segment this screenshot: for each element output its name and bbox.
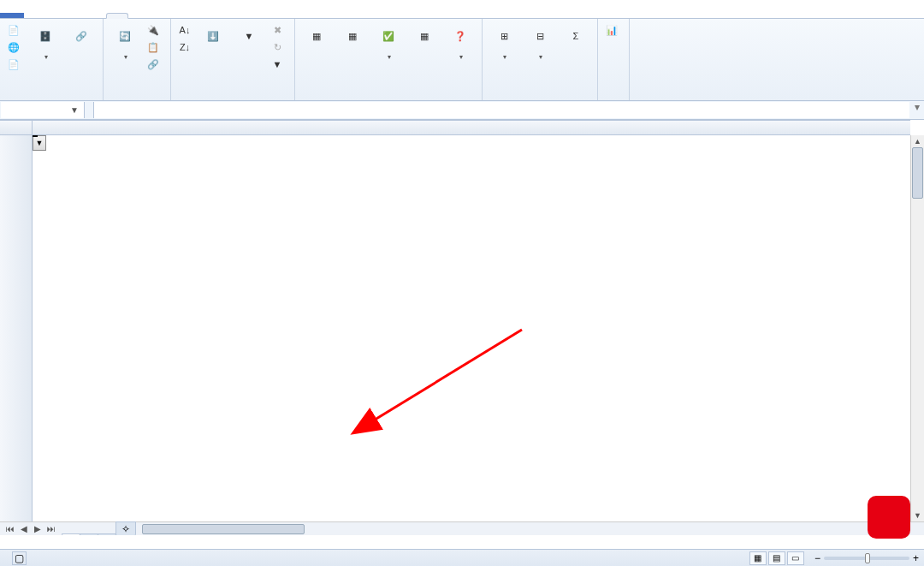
analysis-icon: 📊 (605, 23, 619, 37)
sheet-tab-bar: ⏮ ◀ ▶ ⏭ ✧ (0, 521, 924, 535)
row-headers[interactable] (0, 135, 33, 521)
last-sheet-icon[interactable]: ⏭ (44, 524, 58, 533)
whatif-icon: ❓ (447, 24, 473, 50)
column-headers[interactable] (33, 120, 910, 135)
clear-icon: ✖ (270, 23, 284, 37)
clear-button[interactable]: ✖ (269, 22, 289, 38)
refresh-all-button[interactable]: 🔄 (109, 22, 141, 63)
sheet-tab-3[interactable] (98, 533, 116, 535)
from-access-button[interactable]: 📄 (5, 22, 26, 38)
zoom-in-button[interactable]: + (913, 552, 919, 564)
adv-icon: ▼ (270, 57, 284, 71)
group-sort-filter: A↓ Z↓ ⬇️ ▼ ✖ ↻ ▼ (171, 19, 295, 100)
group-label (176, 97, 289, 100)
db-icon: 🗄️ (33, 24, 58, 50)
connections-button[interactable]: 🔌 (145, 22, 165, 38)
existing-conn-button[interactable]: 🔗 (65, 22, 98, 53)
normal-view-button[interactable]: ▦ (749, 551, 767, 565)
editlink-icon: 🔗 (146, 57, 160, 71)
sort-button[interactable]: ⬇️ (197, 22, 229, 53)
view-buttons: ▦ ▤ ▭ (749, 551, 804, 565)
next-sheet-icon[interactable]: ▶ (31, 524, 44, 533)
group-button[interactable]: ⊞ (488, 22, 520, 63)
prev-sheet-icon[interactable]: ◀ (17, 524, 31, 533)
group-icon: ⊞ (491, 24, 517, 50)
filter-button[interactable]: ▼ (233, 22, 265, 53)
subtotal-icon: Σ (563, 24, 589, 50)
group-label (603, 97, 624, 100)
tab-home[interactable] (24, 14, 44, 18)
sort-az-button[interactable]: A↓ (176, 22, 193, 38)
tab-data[interactable] (106, 13, 128, 19)
tab-file[interactable] (0, 13, 24, 18)
ungroup-button[interactable]: ⊟ (524, 22, 556, 63)
tab-dev[interactable] (169, 14, 190, 18)
group-label (5, 97, 98, 100)
cell-dropdown-button[interactable]: ▼ (33, 135, 46, 151)
select-all-corner[interactable] (0, 120, 33, 135)
tab-formula[interactable] (86, 14, 106, 18)
data-validation-button[interactable]: ✅ (372, 22, 405, 63)
watermark-badge (868, 496, 910, 539)
spreadsheet-grid: ▼ ▲ ▼ ⏮ ◀ ▶ ⏭ ✧ (0, 120, 924, 535)
advanced-button[interactable]: ▼ (269, 57, 289, 72)
watermark (868, 496, 917, 539)
group-outline: ⊞ ⊟ Σ (483, 19, 598, 100)
expand-formula-icon[interactable]: ▾ (910, 101, 924, 119)
whatif-button[interactable]: ❓ (444, 22, 477, 63)
zoom-slider[interactable] (824, 557, 909, 560)
first-sheet-icon[interactable]: ⏮ (3, 524, 17, 533)
tab-layout[interactable] (65, 14, 86, 18)
text-to-columns-button[interactable]: ▦ (300, 22, 333, 53)
tab-insert[interactable] (44, 14, 65, 18)
group-external-data: 📄 🌐 📄 🗄️ 🔗 (0, 19, 104, 100)
name-box[interactable]: ▼ (1, 102, 85, 118)
properties-button[interactable]: 📋 (145, 39, 165, 55)
horizontal-scrollbar[interactable] (142, 523, 910, 535)
edit-links-button[interactable]: 🔗 (145, 57, 165, 72)
scroll-up-icon[interactable]: ▲ (911, 135, 924, 147)
tab-view[interactable] (149, 14, 169, 18)
zoom-knob[interactable] (865, 553, 870, 563)
from-web-button[interactable]: 🌐 (5, 39, 26, 55)
vertical-scrollbar[interactable]: ▲ ▼ (910, 135, 924, 521)
from-other-button[interactable]: 🗄️ (29, 22, 62, 63)
valid-icon: ✅ (376, 24, 401, 50)
new-sheet-button[interactable]: ✧ (116, 521, 136, 535)
remove-dup-button[interactable]: ▦ (336, 22, 369, 53)
ungroup-icon: ⊟ (527, 24, 553, 50)
reapply-button[interactable]: ↻ (269, 39, 289, 55)
sheet-tab-1[interactable] (62, 533, 80, 535)
group-connections: 🔄 🔌 📋 🔗 (104, 19, 171, 100)
scroll-thumb[interactable] (142, 524, 305, 534)
sheet-tab-2[interactable] (80, 533, 98, 535)
consol-icon: ▦ (412, 24, 437, 50)
formula-bar: ▼ ▾ (0, 101, 924, 120)
page-layout-button[interactable]: ▤ (768, 551, 785, 565)
dedup-icon: ▦ (340, 24, 365, 50)
refresh-icon: 🔄 (112, 24, 138, 50)
subtotal-button[interactable]: Σ (560, 22, 592, 53)
macro-record-icon[interactable]: ▢ (12, 551, 27, 565)
scroll-thumb[interactable] (912, 147, 923, 199)
group-label (300, 97, 477, 100)
consolidate-button[interactable]: ▦ (408, 22, 441, 53)
zoom-out-button[interactable]: − (814, 552, 820, 564)
zoom-control: − + (811, 552, 919, 564)
cells-area[interactable]: ▼ (33, 135, 910, 521)
formula-input[interactable] (93, 102, 909, 118)
sort-za-button[interactable]: Z↓ (176, 39, 193, 55)
dropdown-icon[interactable]: ▼ (70, 105, 79, 115)
from-text-button[interactable]: 📄 (5, 57, 26, 72)
web-icon: 🌐 (7, 40, 21, 54)
tab-review[interactable] (128, 14, 149, 18)
ribbon: 📄 🌐 📄 🗄️ 🔗 🔄 🔌 📋 🔗 A↓ Z↓ ⬇️ (0, 19, 924, 101)
sort-az-icon: A↓ (178, 23, 192, 37)
text-icon: 📄 (7, 57, 21, 71)
data-analysis-button[interactable]: 📊 (603, 22, 624, 38)
access-icon: 📄 (7, 23, 21, 37)
page-break-button[interactable]: ▭ (787, 551, 804, 565)
menu-tabs (0, 0, 924, 19)
conn-icon: 🔌 (146, 23, 160, 37)
prop-icon: 📋 (146, 40, 160, 54)
